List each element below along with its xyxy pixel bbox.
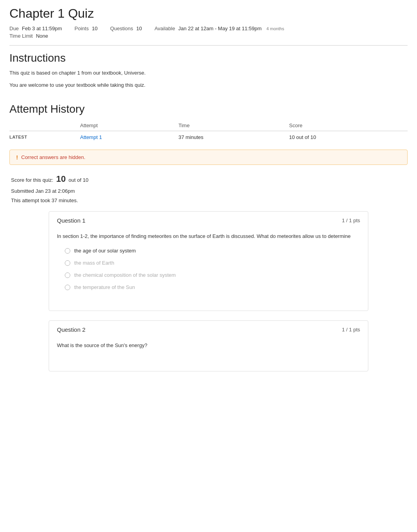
answer-text-4: the temperature of the Sun <box>74 284 135 290</box>
col-header-score: Score <box>289 120 408 131</box>
due-value: Feb 3 at 11:59pm <box>22 26 62 31</box>
available-duration: 4 months <box>266 26 284 31</box>
answer-option-1[interactable]: the age of our solar system <box>57 248 360 254</box>
questions-label: Questions <box>110 26 133 31</box>
divider-1 <box>9 45 408 46</box>
meta-points: Points 10 <box>75 26 98 31</box>
question-1-footer <box>49 304 368 311</box>
attempt-tag: LATEST <box>9 131 80 143</box>
meta-row-2: Time Limit None <box>9 33 408 39</box>
answer-text-1: the age of our solar system <box>74 248 136 254</box>
score-line: Score for this quiz: 10 out of 10 <box>11 171 406 187</box>
attempt-table: Attempt Time Score LATEST Attempt 1 37 m… <box>9 120 408 143</box>
question-2-pts: 1 / 1 pts <box>342 327 360 333</box>
points-label: Points <box>75 26 89 31</box>
answer-text-3: the chemical composition of the solar sy… <box>74 272 176 278</box>
col-header-time: Time <box>178 120 289 131</box>
notice-box: ! Correct answers are hidden. <box>9 150 408 165</box>
answer-radio-4[interactable] <box>65 285 70 290</box>
attempt-score: 10 out of 10 <box>289 131 408 143</box>
answer-radio-3[interactable] <box>65 272 70 278</box>
submitted-line: Submitted Jan 23 at 2:06pm <box>11 186 406 196</box>
attempt-1-link[interactable]: Attempt 1 <box>80 134 102 140</box>
meta-time-limit: Time Limit None <box>9 33 48 39</box>
due-label: Due <box>9 26 19 31</box>
attempt-history-title: Attempt History <box>9 103 408 115</box>
question-1-pts: 1 / 1 pts <box>342 218 360 223</box>
answer-option-2[interactable]: the mass of Earth <box>57 260 360 266</box>
question-1-label: Question 1 <box>57 217 86 224</box>
notice-icon: ! <box>16 154 18 161</box>
attempt-time: 37 minutes <box>178 131 289 143</box>
instructions-line1: This quiz is based on chapter 1 from our… <box>9 69 408 77</box>
duration-line: This attempt took 37 minutes. <box>11 196 406 205</box>
available-value: Jan 22 at 12am - May 19 at 11:59pm <box>178 26 262 31</box>
meta-row-1: Due Feb 3 at 11:59pm Points 10 Questions… <box>9 26 408 31</box>
answer-radio-1[interactable] <box>65 248 70 254</box>
attempt-row: LATEST Attempt 1 37 minutes 10 out of 10 <box>9 131 408 143</box>
question-2-label: Question 2 <box>57 326 86 333</box>
answer-radio-2[interactable] <box>65 260 70 266</box>
question-1-card: Question 1 1 / 1 pts In section 1-2, the… <box>49 211 368 311</box>
score-section: Score for this quiz: 10 out of 10 Submit… <box>9 171 408 205</box>
page-title: Chapter 1 Quiz <box>9 6 408 21</box>
available-label: Available <box>154 26 175 31</box>
meta-available: Available Jan 22 at 12am - May 19 at 11:… <box>154 26 284 31</box>
question-2-card: Question 2 1 / 1 pts What is the source … <box>49 320 368 371</box>
meta-due: Due Feb 3 at 11:59pm <box>9 26 62 31</box>
question-1-body: In section 1-2, the importance of findin… <box>49 228 368 304</box>
time-limit-label: Time Limit <box>9 33 33 39</box>
answer-option-3[interactable]: the chemical composition of the solar sy… <box>57 272 360 278</box>
question-2-header: Question 2 1 / 1 pts <box>49 321 368 337</box>
answer-option-4[interactable]: the temperature of the Sun <box>57 284 360 290</box>
question-2-footer <box>49 365 368 371</box>
instructions-line2: You are welcome to use your textbook whi… <box>9 81 408 90</box>
score-number: 10 <box>56 174 66 184</box>
question-2-text: What is the source of the Sun's energy? <box>57 342 360 350</box>
attempt-link-cell[interactable]: Attempt 1 <box>80 131 178 143</box>
meta-questions: Questions 10 <box>110 26 142 31</box>
question-2-body: What is the source of the Sun's energy? <box>49 337 368 365</box>
col-header-attempt: Attempt <box>80 120 178 131</box>
col-header-tag <box>9 120 80 131</box>
score-label: Score for this quiz: <box>11 177 53 183</box>
notice-text: Correct answers are hidden. <box>21 154 85 160</box>
points-value: 10 <box>92 26 97 31</box>
attempt-table-header: Attempt Time Score <box>9 120 408 131</box>
time-limit-value: None <box>36 33 48 39</box>
instructions-title: Instructions <box>9 52 408 64</box>
question-1-text: In section 1-2, the importance of findin… <box>57 232 360 241</box>
answer-text-2: the mass of Earth <box>74 260 114 266</box>
question-1-header: Question 1 1 / 1 pts <box>49 212 368 228</box>
questions-value: 10 <box>136 26 142 31</box>
score-total: out of 10 <box>69 177 89 183</box>
